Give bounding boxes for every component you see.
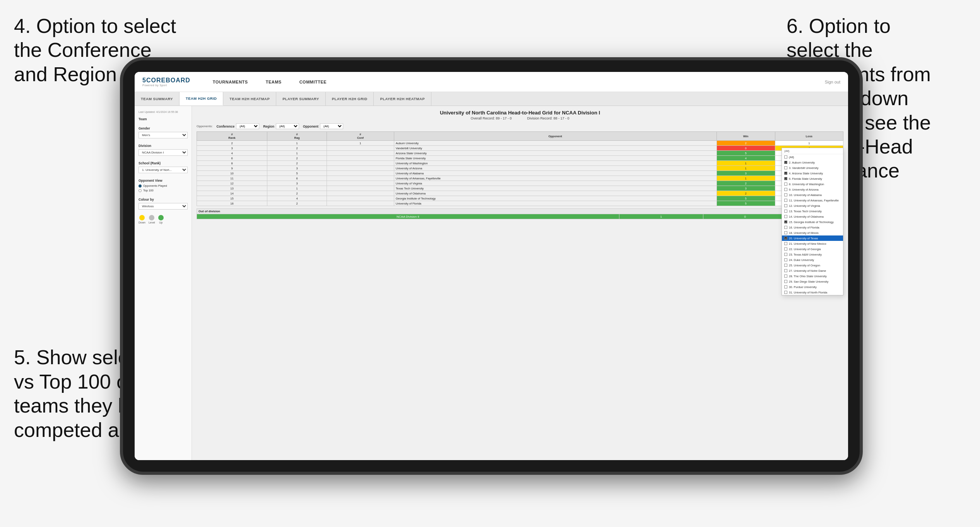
dropdown-checkbox[interactable] [784,285,787,288]
team-section: Team [139,117,188,121]
cell-win: 1 [717,176,775,181]
cell-conf [327,201,394,206]
dropdown-item[interactable]: 24. Duke University [782,257,843,263]
dropdown-item[interactable]: 11. University of Arkansas, Fayetteville [782,198,843,203]
table-row: 3 2 Vanderbilt University 0 4 [197,146,843,151]
cell-opponent: University of Florida [394,201,717,206]
cell-rag: 1 [267,151,327,156]
tab-team-h2h-grid[interactable]: TEAM H2H GRID [180,92,223,106]
dropdown-item[interactable]: 3. Vanderbilt University [782,165,843,171]
dropdown-item[interactable]: 22. University of Georgia [782,246,843,252]
nav-tournaments[interactable]: TOURNAMENTS [210,78,251,86]
division-record: Division Record: 88 - 17 - 0 [527,116,570,120]
cell-conf [327,186,394,191]
tablet-screen: 5COREBOARD Powered by Sport TOURNAMENTS … [135,72,848,460]
dropdown-checkbox[interactable] [784,231,787,234]
dropdown-item[interactable]: 23. Texas A&M University [782,252,843,257]
dropdown-checkbox[interactable] [784,177,787,180]
dropdown-checkbox[interactable] [784,258,787,261]
dropdown-checkbox[interactable] [784,226,787,229]
opponent-dropdown[interactable]: (All)(All)2. Auburn University3. Vanderb… [782,148,843,295]
opponents-played-row[interactable]: Opponents Played [139,184,188,188]
dropdown-checkbox[interactable] [784,188,787,191]
dropdown-checkbox[interactable] [784,182,787,186]
dropdown-checkbox[interactable] [784,269,787,272]
dropdown-checkbox[interactable] [784,155,787,159]
conference-select[interactable]: (All) [236,123,259,129]
dropdown-item[interactable]: 21. University of New Mexico [782,241,843,246]
dropdown-checkbox[interactable] [784,166,787,169]
cell-conf [327,196,394,201]
cell-rag: 4 [267,196,327,201]
dropdown-item[interactable]: 29. San Diego State University [782,279,843,284]
dropdown-checkbox[interactable] [784,253,787,256]
cell-conf [327,156,394,161]
table-row: 11 6 University of Arkansas, Fayettevill… [197,176,843,181]
dropdown-item[interactable]: 15. Georgia Institute of Technology [782,219,843,225]
dropdown-checkbox[interactable] [784,199,787,202]
colour-select[interactable]: Win/loss [139,203,188,210]
dropdown-checkbox[interactable] [784,193,787,196]
nav-committee[interactable]: COMMITTEE [296,78,330,86]
dropdown-item[interactable]: 31. University of North Florida [782,290,843,295]
table-row: 6 2 Florida State University 4 2 [197,156,843,161]
team-label: Team [139,117,188,121]
dropdown-item[interactable]: 8. University of Washington [782,181,843,187]
division-select[interactable]: NCAA Division I [139,149,188,156]
cell-opponent: Florida State University [394,156,717,161]
cell-opponent: University of Washington [394,161,717,166]
top100-radio[interactable] [139,189,142,192]
dropdown-item[interactable]: 13. Texas Tech University [782,208,843,214]
tab-player-h2h-grid[interactable]: PLAYER H2H GRID [326,92,374,106]
dropdown-item[interactable]: 12. University of Virginia [782,203,843,208]
top100-row[interactable]: Top 100 [139,189,188,192]
cell-rag: 2 [267,156,327,161]
dropdown-checkbox[interactable] [784,280,787,283]
school-select[interactable]: 1. University of Nort... [139,167,188,173]
dropdown-item[interactable]: 6. Florida State University [782,176,843,181]
gender-select[interactable]: Men's [139,132,188,138]
dropdown-item[interactable]: 4. Arizona State University [782,171,843,176]
dropdown-item[interactable]: 20. University of Texas [782,235,843,241]
colour-legend: Down Level Up [139,215,188,224]
dropdown-item[interactable]: 30. Purdue University [782,284,843,290]
dropdown-item[interactable]: 27. University of Notre Dame [782,268,843,273]
tab-team-summary[interactable]: TEAM SUMMARY [135,92,180,106]
cell-rank: 2 [197,141,267,146]
dropdown-item[interactable]: 28. The Ohio State University [782,273,843,279]
opponents-played-radio[interactable] [139,184,142,188]
dropdown-checkbox[interactable] [784,275,787,278]
dropdown-item[interactable]: 16. University of Florida [782,225,843,230]
dropdown-item[interactable]: 25. University of Oregon [782,263,843,268]
dropdown-item[interactable]: 14. University of Oklahoma [782,214,843,219]
tab-team-h2h-heatmap[interactable]: TEAM H2H HEATMAP [223,92,276,106]
dropdown-checkbox[interactable] [784,247,787,251]
table-row: 8 2 University of Washington 1 0 [197,161,843,166]
dropdown-checkbox[interactable] [784,264,787,267]
dropdown-item[interactable]: 9. University of Arizona [782,187,843,192]
nav-teams[interactable]: TEAMS [263,78,285,86]
dropdown-checkbox[interactable] [784,161,787,164]
opponent-select[interactable]: (All) [320,123,343,129]
left-sidebar: Last Updated: 4/1/2024 16:55:38 Team Gen… [135,106,192,460]
nav-signout[interactable]: Sign out [825,80,840,84]
region-select[interactable]: (All) [276,123,299,129]
tab-player-h2h-heatmap[interactable]: PLAYER H2H HEATMAP [374,92,431,106]
dropdown-item[interactable]: (All) [782,154,843,160]
dropdown-checkbox[interactable] [784,215,787,218]
tablet-device: 5COREBOARD Powered by Sport TOURNAMENTS … [120,57,863,475]
col-loss: Loss [775,132,843,141]
tab-player-summary[interactable]: PLAYER SUMMARY [276,92,326,106]
dropdown-checkbox[interactable] [784,220,787,223]
dropdown-checkbox[interactable] [784,237,787,240]
dropdown-checkbox[interactable] [784,204,787,207]
dropdown-checkbox[interactable] [784,291,787,294]
dropdown-item[interactable]: 18. University of Illinois [782,230,843,235]
dropdown-checkbox[interactable] [784,210,787,213]
dropdown-item[interactable]: 10. University of Alabama [782,192,843,198]
dropdown-item[interactable]: 2. Auburn University [782,160,843,165]
dropdown-checkbox[interactable] [784,172,787,175]
dropdown-checkbox[interactable] [784,242,787,245]
cell-win: 2 [717,181,775,186]
dropdown-item-label: 2. Auburn University [789,161,815,164]
